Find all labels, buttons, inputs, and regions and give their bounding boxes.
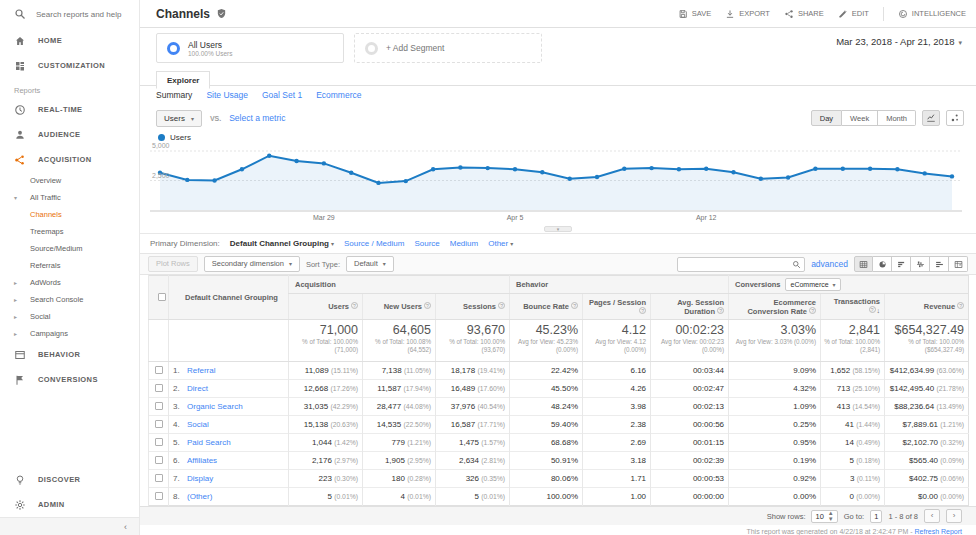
- channel-link[interactable]: Display: [187, 474, 213, 483]
- sidebar-item-acquisition[interactable]: ACQUISITION: [0, 147, 139, 172]
- granularity-month[interactable]: Month: [878, 110, 916, 126]
- save-button[interactable]: SAVE: [678, 9, 711, 19]
- row-checkbox[interactable]: [155, 456, 163, 464]
- export-button[interactable]: EXPORT: [725, 9, 770, 19]
- intelligence-button[interactable]: INTELLIGENCE: [898, 9, 966, 19]
- comparison-view-button[interactable]: [911, 256, 930, 272]
- help-icon[interactable]: ?: [869, 306, 876, 313]
- help-icon[interactable]: ?: [498, 302, 505, 309]
- pivot-view-button[interactable]: [949, 256, 968, 272]
- motion-chart-view-button[interactable]: [946, 110, 964, 126]
- sidebar-item-customization[interactable]: CUSTOMIZATION: [0, 53, 139, 78]
- sidebar-item-discover[interactable]: DISCOVER: [0, 467, 139, 492]
- search-icon[interactable]: [792, 260, 801, 269]
- next-page-button[interactable]: ›: [946, 509, 962, 523]
- help-icon[interactable]: ?: [957, 302, 964, 309]
- help-icon[interactable]: ?: [351, 302, 358, 309]
- column-header-revenue[interactable]: Revenue?: [885, 294, 969, 320]
- column-header-ecommerce-conversion-rate[interactable]: Ecommerce Conversion Rate?: [729, 294, 821, 320]
- help-icon[interactable]: ?: [639, 307, 646, 314]
- sidebar-item-real-time[interactable]: REAL-TIME: [0, 97, 139, 122]
- tab-goal-set-1[interactable]: Goal Set 1: [262, 90, 302, 100]
- annotations-expander[interactable]: ▾: [544, 226, 572, 232]
- row-checkbox[interactable]: [155, 474, 163, 482]
- metric-dropdown[interactable]: Users ▾: [156, 110, 202, 127]
- sidebar-item-treemaps[interactable]: Treemaps: [0, 223, 139, 240]
- performance-view-button[interactable]: [892, 256, 911, 272]
- help-icon[interactable]: ?: [424, 302, 431, 309]
- row-checkbox[interactable]: [155, 402, 163, 410]
- tab-site-usage[interactable]: Site Usage: [206, 90, 248, 100]
- column-header-transactions[interactable]: Transactions?↓: [821, 294, 885, 320]
- sidebar-item-source-medium[interactable]: Source/Medium: [0, 240, 139, 257]
- channel-link[interactable]: Referral: [187, 366, 215, 375]
- dimension-source[interactable]: Source: [414, 239, 439, 248]
- date-range-selector[interactable]: Mar 23, 2018 - Apr 21, 2018▾: [836, 36, 962, 47]
- select-all-checkbox[interactable]: [158, 293, 166, 301]
- granularity-day[interactable]: Day: [811, 110, 842, 126]
- column-header-sessions[interactable]: Sessions?: [436, 294, 510, 320]
- sidebar-item-referrals[interactable]: Referrals: [0, 257, 139, 274]
- row-checkbox[interactable]: [155, 438, 163, 446]
- line-chart-view-button[interactable]: [922, 110, 940, 126]
- conversions-goal-selector[interactable]: eCommerce▾: [785, 278, 840, 291]
- sidebar-item-channels[interactable]: Channels: [0, 206, 139, 223]
- help-icon[interactable]: ?: [571, 302, 578, 309]
- secondary-dimension-dropdown[interactable]: Secondary dimension▾: [204, 256, 300, 272]
- sidebar-item-home[interactable]: HOME: [0, 28, 139, 53]
- tab-explorer[interactable]: Explorer: [156, 71, 210, 89]
- sidebar-item-campaigns[interactable]: ▸Campaigns: [0, 325, 139, 342]
- table-search-input[interactable]: [678, 258, 792, 271]
- sidebar-item-overview[interactable]: Overview: [0, 172, 139, 189]
- dimension-other-dropdown[interactable]: Other▾: [488, 239, 513, 248]
- dimension-default-channel-grouping[interactable]: Default Channel Grouping▾: [230, 239, 334, 248]
- users-line-chart[interactable]: 2,5005,000Mar 29Apr 5Apr 12: [150, 144, 962, 226]
- sidebar-item-behavior[interactable]: BEHAVIOR: [0, 342, 139, 367]
- channel-link[interactable]: Paid Search: [187, 438, 231, 447]
- channel-link[interactable]: Organic Search: [187, 402, 243, 411]
- segment-all-users[interactable]: All Users 100.00% Users: [156, 33, 344, 63]
- add-segment-button[interactable]: + Add Segment: [354, 33, 542, 63]
- row-checkbox[interactable]: [155, 420, 163, 428]
- channel-link[interactable]: (Other): [187, 492, 212, 501]
- plot-rows-button[interactable]: Plot Rows: [148, 256, 198, 272]
- help-icon[interactable]: ?: [809, 307, 816, 314]
- refresh-report-link[interactable]: Refresh Report: [915, 528, 962, 535]
- row-checkbox[interactable]: [155, 384, 163, 392]
- term-cloud-view-button[interactable]: [930, 256, 949, 272]
- previous-page-button[interactable]: ‹: [924, 509, 940, 523]
- goto-page-input[interactable]: 1: [870, 510, 882, 523]
- channel-link[interactable]: Affiliates: [187, 456, 217, 465]
- column-header-new-users[interactable]: New Users?: [363, 294, 436, 320]
- row-checkbox[interactable]: [155, 366, 163, 374]
- show-rows-select[interactable]: 10▲▼: [811, 510, 837, 523]
- edit-button[interactable]: EDIT: [838, 9, 869, 19]
- sidebar-item-audience[interactable]: AUDIENCE: [0, 122, 139, 147]
- sidebar-item-adwords[interactable]: ▸AdWords: [0, 274, 139, 291]
- dimension-source-medium[interactable]: Source / Medium: [344, 239, 404, 248]
- help-icon[interactable]: ?: [717, 307, 724, 314]
- advanced-search-link[interactable]: advanced: [811, 259, 848, 269]
- column-header-bounce-rate[interactable]: Bounce Rate?: [510, 294, 583, 320]
- channel-link[interactable]: Direct: [187, 384, 208, 393]
- sidebar-item-conversions[interactable]: CONVERSIONS: [0, 367, 139, 392]
- select-metric-link[interactable]: Select a metric: [229, 113, 285, 123]
- sort-descending-icon[interactable]: ↓: [877, 307, 881, 314]
- column-header-users[interactable]: Users?: [289, 294, 363, 320]
- search-reports-button[interactable]: Search reports and help: [0, 0, 139, 28]
- sort-type-dropdown[interactable]: Default▾: [346, 256, 394, 272]
- sidebar-item-search-console[interactable]: ▸Search Console: [0, 291, 139, 308]
- channel-link[interactable]: Social: [187, 420, 209, 429]
- share-button[interactable]: SHARE: [784, 9, 824, 19]
- data-table-view-button[interactable]: [854, 256, 873, 272]
- sidebar-item-admin[interactable]: ADMIN: [0, 492, 139, 517]
- sidebar-collapse-button[interactable]: ‹: [0, 517, 139, 535]
- column-header-avg-session-duration[interactable]: Avg. Session Duration?: [651, 294, 729, 320]
- column-header-pages-session[interactable]: Pages / Session?: [583, 294, 651, 320]
- tab-summary[interactable]: Summary: [156, 90, 192, 100]
- row-checkbox[interactable]: [155, 492, 163, 500]
- dimension-medium[interactable]: Medium: [450, 239, 478, 248]
- sidebar-item-all-traffic[interactable]: ▾All Traffic: [0, 189, 139, 206]
- granularity-week[interactable]: Week: [842, 110, 878, 126]
- percentage-view-button[interactable]: [873, 256, 892, 272]
